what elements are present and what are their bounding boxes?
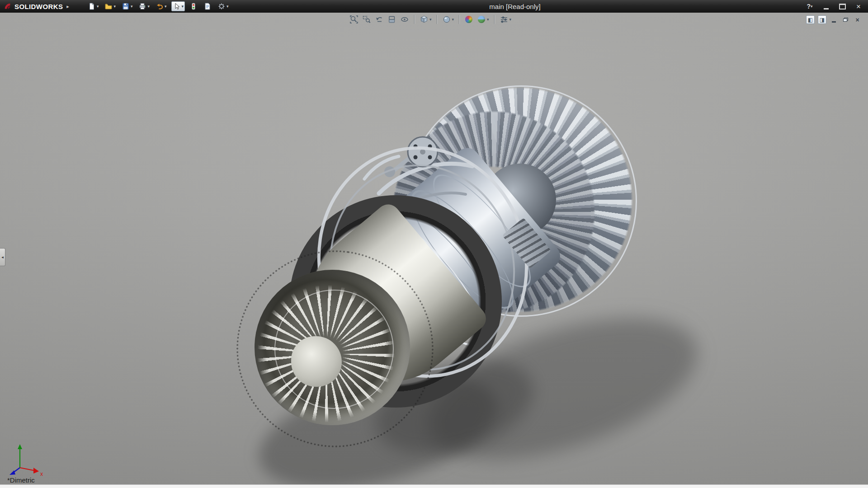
document-window-controls: ◧ ◨ × (806, 15, 862, 24)
collapse-arrow-icon: ◂ (1, 255, 4, 259)
select-cursor-icon (173, 2, 181, 10)
options-gear-icon (217, 2, 226, 10)
pane-toggle-left-button[interactable]: ◧ (806, 15, 815, 24)
display-style-icon (442, 15, 451, 24)
zoom-to-fit-button[interactable] (349, 14, 359, 24)
display-style-button[interactable]: ▾ (441, 14, 455, 24)
document-minimize-icon (832, 21, 836, 23)
print-dropdown-arrow[interactable]: ▾ (147, 4, 150, 9)
section-view-button[interactable] (387, 14, 397, 24)
undo-arrow-icon (156, 2, 164, 10)
document-restore-icon (843, 18, 848, 22)
view-orientation-button[interactable]: ▾ (419, 14, 433, 24)
save-dropdown-arrow[interactable]: ▾ (131, 4, 133, 9)
toolbar-separator (414, 15, 415, 24)
standard-toolbar: ▾ ▾ ▾ (86, 1, 230, 11)
section-view-icon (387, 15, 396, 24)
minimize-icon (824, 8, 829, 9)
x-axis-arrow (33, 468, 39, 474)
view-settings-sliders-icon (500, 15, 509, 24)
pane-toggle-right-button[interactable]: ◨ (818, 15, 826, 24)
apply-scene-button[interactable]: ▾ (476, 14, 490, 24)
view-orientation-dropdown-arrow[interactable]: ▾ (429, 17, 432, 22)
window-title: main [Read-only] (489, 3, 540, 10)
title-bar: SOLIDWORKS ▸ ▾ ▾ (0, 0, 868, 13)
select-button[interactable]: ▾ (171, 1, 185, 11)
document-minimize-button[interactable] (830, 15, 838, 24)
open-button[interactable]: ▾ (103, 1, 117, 11)
close-button[interactable]: × (854, 2, 863, 11)
select-dropdown-arrow[interactable]: ▾ (182, 4, 184, 9)
window-controls: ? ▾ × (805, 2, 868, 11)
toolbar-separator (459, 15, 459, 24)
heads-up-view-toolbar: ▾ ▾ ▾ (349, 14, 512, 24)
menu-flyout-arrow[interactable]: ▸ (66, 4, 69, 9)
pane-left-icon: ◧ (808, 17, 813, 23)
new-document-icon (88, 2, 96, 10)
undo-dropdown-arrow[interactable]: ▾ (165, 4, 167, 9)
zoom-to-area-button[interactable] (361, 14, 372, 24)
toolbar-separator (494, 15, 495, 24)
rebuild-traffic-light-icon (189, 2, 198, 10)
brand-block: SOLIDWORKS (0, 2, 66, 10)
rebuild-button[interactable] (188, 1, 199, 11)
new-dropdown-arrow[interactable]: ▾ (97, 4, 99, 9)
save-floppy-icon (122, 2, 130, 10)
document-restore-button[interactable] (841, 15, 850, 24)
graphics-area[interactable]: ▾ ▾ ▾ (0, 13, 868, 488)
brand-wordmark: SOLIDWORKS (14, 3, 63, 10)
previous-view-button[interactable] (374, 14, 385, 24)
undo-button[interactable]: ▾ (154, 1, 168, 11)
print-icon (138, 2, 146, 10)
jet-engine-model[interactable] (0, 13, 868, 488)
apply-scene-icon (478, 16, 485, 23)
apply-scene-dropdown-arrow[interactable]: ▾ (487, 17, 489, 22)
toolbar-separator (436, 15, 437, 24)
file-properties-icon (203, 2, 212, 10)
save-button[interactable]: ▾ (120, 1, 134, 11)
eye-icon (400, 15, 409, 24)
view-orientation-cube-icon (420, 15, 429, 24)
edit-appearance-button[interactable] (463, 14, 474, 24)
taskbar-edge (0, 484, 868, 488)
minimize-button[interactable] (821, 2, 831, 11)
open-dropdown-arrow[interactable]: ▾ (113, 4, 116, 9)
zoom-to-fit-icon (349, 15, 359, 24)
dassault-systemes-logo-icon (4, 2, 12, 10)
help-button[interactable]: ? ▾ (805, 2, 815, 11)
zoom-to-area-icon (362, 15, 371, 24)
maximize-icon (839, 4, 846, 9)
pane-right-icon: ◨ (820, 17, 825, 23)
solidworks-window: SOLIDWORKS ▸ ▾ ▾ (0, 0, 868, 488)
file-properties-button[interactable] (202, 1, 213, 11)
document-close-icon: × (855, 17, 859, 23)
help-icon: ? (807, 3, 811, 10)
feature-manager-collapsed-tab[interactable]: ◂ (0, 248, 5, 266)
print-button[interactable]: ▾ (137, 1, 151, 11)
document-close-button[interactable]: × (853, 15, 862, 24)
view-settings-button[interactable]: ▾ (499, 14, 513, 24)
x-axis-label: x (40, 471, 43, 477)
open-folder-icon (104, 2, 113, 10)
hide-show-items-button[interactable] (399, 14, 410, 24)
display-style-dropdown-arrow[interactable]: ▾ (452, 17, 454, 22)
options-dropdown-arrow[interactable]: ▾ (226, 4, 229, 9)
options-button[interactable]: ▾ (216, 1, 230, 11)
close-icon: × (856, 3, 861, 10)
previous-view-icon (375, 15, 384, 24)
maximize-button[interactable] (837, 2, 847, 11)
view-orientation-label: *Dimetric (7, 476, 35, 484)
edit-appearance-ball-icon (465, 16, 472, 23)
new-button[interactable]: ▾ (86, 1, 100, 11)
view-settings-dropdown-arrow[interactable]: ▾ (509, 17, 512, 22)
y-axis-arrow (18, 444, 22, 449)
help-dropdown-arrow[interactable]: ▾ (811, 4, 813, 9)
